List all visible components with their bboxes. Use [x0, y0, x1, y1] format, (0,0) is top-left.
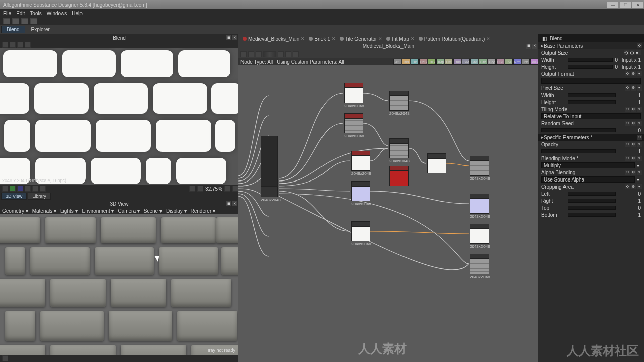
gear-icon[interactable] [293, 51, 299, 57]
minimize-button[interactable]: — [607, 1, 619, 8]
open-icon[interactable] [12, 18, 19, 24]
slider-height[interactable] [568, 65, 613, 69]
view2d-viewport[interactable]: 2048 x 2048 (Greyscale, 16bpc) [0, 48, 238, 185]
panel-pin-icon[interactable]: ▣ [226, 35, 231, 40]
tool-icon[interactable] [278, 51, 284, 57]
graph-node[interactable]: 2048x2048 [344, 113, 363, 138]
chip-px[interactable]: Px [522, 59, 530, 65]
tool-icon[interactable] [32, 186, 38, 192]
graph-node[interactable]: 2048x2048 [470, 224, 489, 249]
chip-dst[interactable]: Dst [445, 59, 453, 65]
slider-crop-right[interactable] [568, 199, 616, 203]
tool-icon[interactable] [256, 51, 262, 57]
menu-edit[interactable]: Edit [16, 11, 25, 16]
graph-node[interactable]: 2048x2048 [351, 221, 370, 246]
chip-grn[interactable]: Grn [479, 59, 487, 65]
slider-opacity[interactable] [541, 149, 616, 153]
field-blending-mode[interactable]: Multiply [541, 162, 635, 168]
graph-node[interactable]: 2048x2048 [389, 138, 409, 163]
tool-icon[interactable] [2, 186, 8, 192]
panel-pin-icon[interactable]: ▣ [226, 201, 231, 206]
panel-close-icon[interactable]: ✕ [532, 44, 537, 49]
chip-grd[interactable]: Grd [470, 59, 478, 65]
tool-icon[interactable] [285, 51, 291, 57]
menu-geometry[interactable]: Geometry ▾ [2, 208, 28, 214]
graph-node[interactable]: 2048x2048 [470, 156, 489, 181]
field-tiling[interactable]: Relative To Input [541, 113, 641, 119]
save-icon[interactable] [21, 18, 28, 24]
chip-fxm[interactable]: FxM [462, 59, 470, 65]
chip-dmp[interactable]: DMp [436, 59, 444, 65]
tool-icon[interactable] [17, 42, 23, 48]
graph-node[interactable]: 2048x2048 [351, 151, 370, 176]
graph-node[interactable]: 2048x2048 [470, 254, 489, 279]
graph-node[interactable]: 2048x2048 [470, 194, 489, 219]
tool-icon[interactable] [224, 186, 230, 192]
gradient-icon[interactable] [263, 51, 276, 57]
graph-tab-main[interactable]: Medieval_Blocks_Main✕ [243, 36, 305, 42]
channel-g-icon[interactable] [10, 186, 16, 192]
graph-canvas[interactable]: 2048x2048 2048x20482048x20482048x2048204… [238, 65, 538, 362]
dropdown-icon[interactable]: ▾ [635, 177, 641, 183]
graph-tab-tilegen[interactable]: Tile Generator✕ [340, 36, 383, 42]
chip-emb[interactable]: Emb [453, 59, 461, 65]
graph-tab-fitmap[interactable]: Fit Map✕ [386, 36, 414, 42]
view3d-viewport[interactable]: Iray not ready [0, 214, 238, 355]
chip-hsl[interactable]: HSL [496, 59, 504, 65]
tool-icon[interactable] [40, 186, 46, 192]
tool-icon[interactable] [25, 42, 31, 48]
tool-icon[interactable] [248, 51, 254, 57]
tool-icon[interactable] [189, 186, 195, 192]
slider-px-height[interactable] [568, 100, 616, 104]
tool-icon[interactable] [2, 42, 8, 48]
slider-random-seed[interactable] [541, 128, 616, 132]
menu-environment[interactable]: Environment ▾ [82, 208, 114, 214]
tool-icon[interactable] [25, 186, 31, 192]
menu-lights[interactable]: Lights ▾ [60, 208, 77, 214]
chip-blr[interactable]: Blr [411, 59, 419, 65]
tab-explorer[interactable]: Explorer [26, 26, 55, 33]
menu-materials[interactable]: Materials ▾ [32, 208, 56, 214]
field-output-format[interactable] [541, 78, 641, 84]
tab-library[interactable]: Library [28, 193, 51, 200]
field-alpha-blending[interactable]: Use Source Alpha [541, 176, 635, 183]
node-switch[interactable]: 2048x2048 [261, 136, 278, 202]
graph-node[interactable] [427, 153, 446, 174]
chip-gry[interactable]: Gry [488, 59, 496, 65]
close-button[interactable]: ✕ [632, 1, 644, 8]
filter-nodetype[interactable]: Node Type: All [240, 59, 273, 65]
menu-file[interactable]: File [3, 11, 11, 16]
slider-px-width[interactable] [568, 93, 616, 97]
menu-scene[interactable]: Scene ▾ [144, 208, 162, 214]
maximize-button[interactable]: ☐ [619, 1, 631, 8]
menu-renderer[interactable]: Renderer ▾ [191, 208, 215, 214]
chip-crg[interactable]: CrG [428, 59, 436, 65]
graph-node[interactable] [389, 166, 409, 187]
section-base-params[interactable]: ▸ Base Parameters⟲ [538, 42, 644, 49]
graph-node[interactable]: 2048x2048 [351, 181, 370, 206]
chip-svg[interactable]: SVG [530, 59, 538, 65]
panel-close-icon[interactable]: ✕ [232, 201, 237, 206]
tool-icon[interactable] [232, 186, 238, 192]
refresh-icon[interactable] [240, 51, 247, 57]
graph-node[interactable]: 2048x2048 [389, 90, 409, 116]
chip-lvl[interactable]: Lvl [505, 59, 513, 65]
channel-b-icon[interactable] [17, 186, 23, 192]
slider-crop-bottom[interactable] [568, 213, 616, 217]
menu-tools[interactable]: Tools [30, 11, 41, 16]
slider-width[interactable] [568, 58, 613, 62]
slider-crop-left[interactable] [568, 192, 616, 196]
tab-blend[interactable]: Blend [1, 26, 25, 33]
menu-camera[interactable]: Camera ▾ [118, 208, 139, 214]
new-icon[interactable] [3, 18, 10, 24]
slider-crop-top[interactable] [568, 206, 616, 210]
chip-atl[interactable]: Atl [393, 59, 401, 65]
tool-icon[interactable] [2, 355, 8, 361]
graph-tab-pattern[interactable]: Pattern Rotation(Quadrant)✕ [419, 36, 491, 42]
section-specific-params[interactable]: ▸ Specific Parameters *⟲ [538, 134, 644, 141]
menu-display[interactable]: Display ▾ [166, 208, 187, 214]
chip-chs[interactable]: ChS [419, 59, 427, 65]
dropdown-icon[interactable]: ▾ [635, 163, 641, 168]
graph-tab-brick1[interactable]: Brick 1✕ [309, 36, 336, 42]
tab-3dview[interactable]: 3D View [1, 193, 27, 200]
